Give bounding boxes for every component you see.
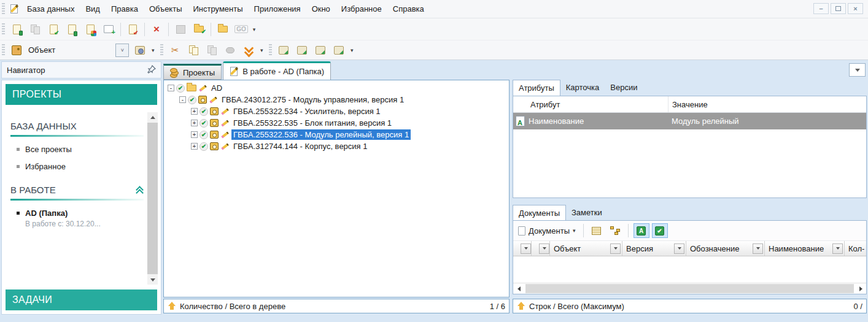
tab-documents[interactable]: Документы (513, 205, 566, 220)
delete-button[interactable]: × (148, 21, 165, 37)
edit-group-overflow-button[interactable]: ▾ (258, 43, 265, 58)
copy-object-button-disabled[interactable] (26, 21, 44, 37)
column-header-object[interactable]: Объект (550, 241, 622, 256)
tab-card[interactable]: Карточка (560, 80, 605, 96)
projects-section-header[interactable]: ПРОЕКТЫ (6, 84, 157, 105)
tab-in-work-ad[interactable]: В работе - AD (Папка) (223, 61, 331, 80)
tree-item-label[interactable]: ГВБА.243012.275 - Модуль управления, вер… (220, 94, 406, 105)
tree-row-blok-pitaniya[interactable]: + ✔ ГВБА.255322.535 - Блок питания, верс… (164, 117, 509, 129)
export-image-button[interactable] (293, 42, 311, 58)
pin-icon[interactable] (147, 65, 156, 75)
column-header-quantity[interactable]: Кол- (845, 241, 866, 256)
expand-collapse-box[interactable]: - (168, 85, 174, 91)
sidebar-item-favorites[interactable]: Избранное (10, 162, 144, 171)
snapshot-button[interactable] (131, 42, 149, 58)
tab-notes[interactable]: Заметки (566, 205, 608, 220)
expand-collapse-box[interactable]: + (191, 131, 198, 138)
sidebar-item-ad-folder[interactable]: AD (Папка) (10, 209, 144, 218)
checkin-document-button[interactable]: ✔ (45, 21, 62, 37)
expand-collapse-box[interactable]: + (191, 120, 198, 126)
report-button[interactable] (82, 21, 99, 37)
filter-dropdown-button[interactable] (674, 243, 684, 254)
search-button-disabled[interactable] (222, 42, 239, 58)
tree-item-label[interactable]: ГВБА.255322.535 - Блок питания, версия 1 (231, 118, 393, 128)
sidebar-item-all-projects[interactable]: Все проекты (10, 145, 144, 154)
expand-collapse-box[interactable]: + (191, 108, 198, 115)
show-checked-toggle-active[interactable]: ✔ (652, 223, 668, 238)
object-type-combobox[interactable]: ˅ (60, 44, 129, 57)
tree-row-module-upravleniya[interactable]: - ✔ ГВБА.243012.275 - Модуль управления,… (164, 94, 509, 105)
expand-all-button[interactable] (240, 42, 257, 58)
column-header-value[interactable]: Значение (668, 96, 866, 112)
column-header-designation[interactable]: Обозначение (686, 241, 765, 256)
column-header-attribute[interactable]: Атрибут (513, 100, 668, 109)
expand-collapse-box[interactable]: - (179, 96, 186, 103)
documents-horizontal-scrollbar[interactable] (513, 283, 866, 294)
tab-attributes[interactable]: Атрибуты (513, 80, 560, 96)
toolbar-grip[interactable] (2, 3, 5, 15)
add-window-button[interactable]: + (100, 21, 117, 37)
menu-database[interactable]: База данных (21, 0, 80, 18)
hierarchy-view-button[interactable] (608, 223, 622, 239)
disabled-action-button[interactable] (172, 21, 189, 37)
filter-dropdown-button[interactable] (753, 243, 763, 254)
column-header-name[interactable]: Наименование (765, 241, 845, 256)
toolbar-grip[interactable] (269, 44, 272, 56)
filter-column-1[interactable] (513, 241, 532, 256)
tab-versions[interactable]: Версии (605, 80, 643, 96)
toolbar-overflow-button[interactable]: ▾ (250, 22, 258, 37)
paste-button-disabled[interactable] (203, 42, 220, 58)
toolbar-grip[interactable] (160, 44, 163, 56)
sidebar-scrollbar[interactable] (147, 112, 158, 285)
go-button[interactable]: GO (233, 21, 250, 37)
tree-row-korpus[interactable]: + ✔ ГВБА.312744.144 - Корпус, версия 1 (164, 140, 509, 152)
filter-dropdown-button[interactable] (832, 243, 843, 254)
new-object-button[interactable] (8, 21, 25, 37)
filter-column-2[interactable] (532, 241, 550, 256)
filter-dropdown-button[interactable] (539, 243, 549, 254)
snapshot-dropdown-button[interactable]: ▾ (149, 43, 157, 58)
tree-row-usilitel[interactable]: + ✔ ГВБА.255322.534 - Усилитель, версия … (164, 105, 509, 117)
close-button[interactable]: × (848, 3, 863, 14)
approve-document-button[interactable]: ✔ (124, 21, 141, 37)
import-image-button[interactable] (275, 42, 292, 58)
open-folder-button[interactable] (214, 21, 231, 37)
expand-collapse-box[interactable]: + (191, 143, 198, 150)
preview-image-button[interactable] (312, 42, 329, 58)
tree-row-module-releyny-selected[interactable]: + ✔ ГВБА.255322.536 - Модуль релейный, в… (164, 129, 509, 140)
tree-item-label[interactable]: AD (209, 83, 224, 93)
menu-window[interactable]: Окно (306, 0, 336, 18)
tab-projects[interactable]: Проекты (163, 64, 222, 80)
filter-dropdown-button[interactable] (610, 243, 621, 254)
scrollbar-track[interactable] (525, 284, 854, 293)
scroll-right-button[interactable] (855, 283, 866, 294)
attribute-row-selected[interactable]: A Наименование Модуль релейный (513, 113, 866, 129)
scroll-down-button[interactable] (147, 275, 158, 285)
tree-item-label[interactable]: ГВБА.255322.534 - Усилитель, версия 1 (231, 106, 382, 117)
copy-button[interactable] (185, 42, 202, 58)
tree-item-label[interactable]: ГВБА.312744.144 - Корпус, версия 1 (231, 141, 370, 151)
scrollbar-thumb[interactable] (147, 123, 158, 274)
minimize-button[interactable]: – (813, 3, 829, 14)
menu-view[interactable]: Вид (80, 0, 106, 18)
take-to-work-button[interactable]: ✔ (190, 21, 207, 37)
menu-edit[interactable]: Правка (106, 0, 144, 18)
tab-list-dropdown-button[interactable] (849, 63, 866, 77)
menu-help[interactable]: Справка (387, 0, 430, 18)
tasks-section-header[interactable]: ЗАДАЧИ (6, 289, 157, 310)
menu-tools[interactable]: Инструменты (188, 0, 249, 18)
toolbar-grip[interactable] (2, 23, 5, 36)
toolbar-grip[interactable] (2, 44, 5, 56)
scroll-up-button[interactable] (147, 112, 158, 122)
image-group-overflow-button[interactable]: ▾ (348, 43, 355, 58)
object-type-button[interactable] (8, 42, 25, 58)
documents-dropdown-button[interactable]: Документы ▾ (516, 225, 578, 237)
tree-item-label-selected[interactable]: ГВБА.255322.536 - Модуль релейный, верси… (231, 129, 411, 140)
new-document-button[interactable] (63, 21, 80, 37)
tree-row-ad[interactable]: - ✔ AD (164, 82, 509, 94)
edit-image-button[interactable] (330, 42, 347, 58)
scroll-left-button[interactable] (513, 283, 524, 294)
menu-favorites[interactable]: Избранное (336, 0, 387, 18)
menu-objects[interactable]: Объекты (144, 0, 188, 18)
collapse-section-icon[interactable] (136, 186, 144, 194)
